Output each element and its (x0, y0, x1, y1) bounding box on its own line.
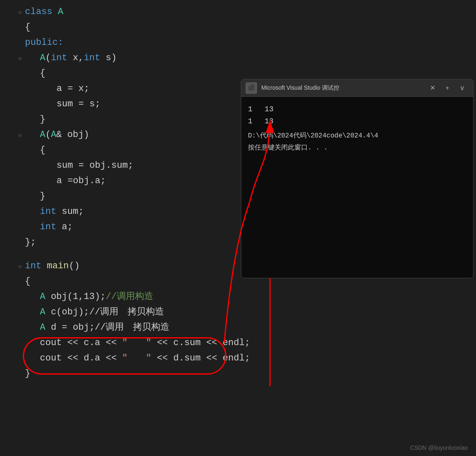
terminal-dropdown-button[interactable]: ∨ (456, 82, 469, 94)
code-line: A obj(1,13);//调用构造 (0, 289, 476, 304)
code-line: cout << c.a << " " << c.sum << endl; (0, 335, 476, 351)
terminal-body: 1 13 1 13 D:\代码\2024代码\2024code\2024.4\4… (241, 97, 473, 278)
line-content: public: (23, 36, 476, 49)
code-line: cout << d.a << " " << d.sum << endl; (0, 351, 476, 366)
line-content: } (23, 367, 476, 380)
terminal-output-col1-1: 1 (248, 103, 256, 115)
collapse-icon[interactable]: ⊟ (17, 264, 23, 270)
terminal-window: ⬛ Microsoft Visual Studio 调试控 ✕ + ∨ 1 13… (241, 79, 474, 278)
terminal-output-col2-2: 13 (265, 115, 274, 127)
line-content: A(int x,int s) (23, 51, 476, 65)
terminal-output-col2-1: 13 (265, 103, 274, 115)
collapse-icon[interactable]: ⊟ (17, 132, 23, 139)
line-content: A d = obj;//调用 拷贝构造 (23, 321, 476, 334)
line-content: { (23, 66, 476, 80)
line-content: class A (23, 5, 476, 19)
line-content: A obj(1,13);//调用构造 (23, 290, 476, 304)
code-line-highlighted: A c(obj);//调用 拷贝构造 (0, 304, 476, 320)
collapse-icon[interactable]: ⊟ (17, 56, 23, 62)
line-content: cout << c.a << " " << c.sum << endl; (23, 336, 476, 350)
collapse-icon[interactable]: ⊟ (17, 10, 23, 16)
code-line: public: (0, 35, 476, 50)
terminal-output-col1-2: 1 (248, 115, 256, 127)
terminal-prompt: 按任意键关闭此窗口. . . (248, 143, 466, 154)
code-line-highlighted: A d = obj;//调用 拷贝构造 (0, 320, 476, 335)
line-content: A c(obj);//调用 拷贝构造 (23, 305, 476, 319)
terminal-titlebar: ⬛ Microsoft Visual Studio 调试控 ✕ + ∨ (241, 79, 473, 97)
code-line: { (0, 20, 476, 35)
terminal-output-row-1: 1 13 (248, 103, 466, 115)
terminal-icon: ⬛ (245, 82, 257, 94)
terminal-title: Microsoft Visual Studio 调试控 (261, 84, 426, 92)
code-line: ⊟ A(int x,int s) (0, 50, 476, 66)
watermark: CSDN @liuyunluoxiao (410, 444, 468, 451)
terminal-path: D:\代码\2024代码\2024code\2024.4\4 (248, 131, 466, 142)
code-line: ⊟ class A (0, 4, 476, 20)
terminal-close-button[interactable]: ✕ (426, 82, 439, 94)
code-line: } (0, 366, 476, 381)
line-content: cout << d.a << " " << d.sum << endl; (23, 351, 476, 365)
terminal-add-button[interactable]: + (441, 82, 454, 94)
terminal-output-row-2: 1 13 (248, 115, 466, 127)
terminal-controls: ✕ + ∨ (426, 82, 469, 94)
line-content: { (23, 20, 476, 34)
